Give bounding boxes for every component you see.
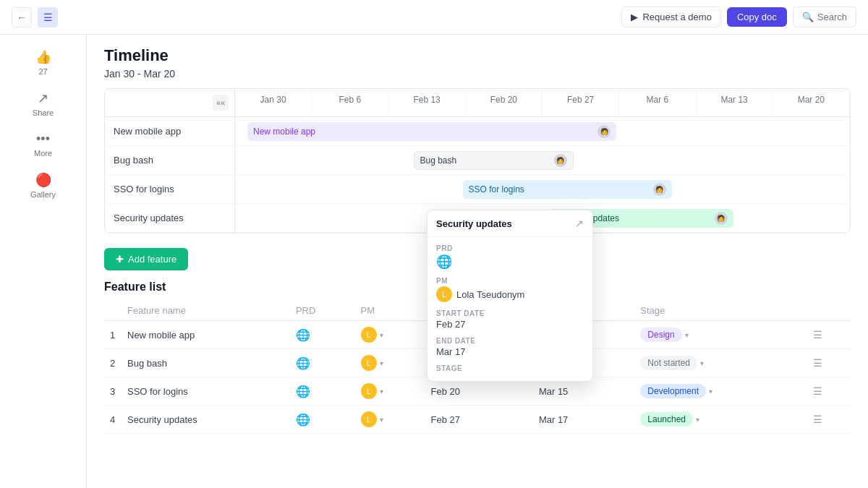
chevron-down-icon[interactable]: ▾ [685,331,689,339]
sidebar-item-likes[interactable]: 👍 27 [6,43,80,82]
timeline-header: «« Jan 30 Feb 6 Feb 13 Feb 20 Feb 27 Mar… [105,89,850,117]
timeline-dates: Jan 30 Feb 6 Feb 13 Feb 20 Feb 27 Mar 6 … [235,89,850,116]
pm-label: PM [436,277,584,285]
avatar: L [361,327,377,343]
chevron-down-icon[interactable]: ▾ [696,416,699,424]
avatar: 🧑 [653,183,666,196]
date-mar6: Mar 6 [619,89,696,116]
date-mar20: Mar 20 [773,89,850,116]
sidebar: 👍 27 ↗ Share ••• More 🔴 Gallery [0,35,87,488]
avatar: L [361,411,377,427]
row-notes[interactable]: ☰ [807,377,851,406]
sidebar-item-share[interactable]: ↗ Share [6,85,80,123]
end-date-label: END DATE [436,337,584,345]
chevron-down-icon[interactable]: ▾ [709,388,712,395]
search-label: Search [817,12,847,22]
date-jan30: Jan 30 [235,89,312,116]
row-name: New mobile app [122,321,290,349]
stage-label: STAGE [436,364,584,372]
sidebar-item-more[interactable]: ••• More [6,126,80,163]
col-prd: PRD [290,301,355,321]
stage-badge: Design [640,328,681,342]
notes-icon[interactable]: ☰ [813,329,822,341]
gantt-bar-sso[interactable]: SSO for logins 🧑 [463,180,672,199]
avatar: 🧑 [554,154,567,167]
chevron-down-icon[interactable]: ▾ [380,416,383,424]
timeline-row-label: SSO for logins [105,175,235,203]
popup-body: PRD 🌐 PM L Lola Tseudonym START DATE Feb… [427,237,592,381]
expand-icon[interactable]: ↗ [575,218,584,229]
topbar-left: ← ☰ [12,7,58,27]
end-date-value: Mar 17 [436,346,584,357]
chevron-down-icon[interactable]: ▾ [700,359,704,367]
chevron-down-icon[interactable]: ▾ [380,359,383,367]
row-prd: 🌐 [290,349,355,377]
notes-icon[interactable]: ☰ [813,357,822,369]
globe-icon: 🌐 [296,329,310,341]
popup-end-date-field: END DATE Mar 17 [436,337,584,357]
col-name: Feature name [122,301,290,321]
request-demo-button[interactable]: ▶ Request a demo [621,7,720,27]
notes-icon[interactable]: ☰ [813,414,822,425]
add-feature-label: Add feature [128,254,176,265]
popup-header: Security updates ↗ [427,210,592,237]
date-feb6: Feb 6 [312,89,388,116]
view-toggle-button[interactable]: ☰ [38,7,58,27]
row-num: 1 [104,321,122,349]
date-mar13: Mar 13 [697,89,773,116]
copy-doc-button[interactable]: Copy doc [727,7,787,27]
row-pm: L ▾ [355,321,425,349]
row-pm: L ▾ [355,377,425,406]
row-notes[interactable]: ☰ [807,406,851,434]
globe-icon: 🌐 [296,414,310,426]
avatar: 🧑 [715,212,728,225]
avatar: L [361,383,377,399]
globe-icon: 🌐 [436,254,584,270]
back-button[interactable]: ← [12,7,32,27]
timeline-row-content: Bug bash 🧑 [235,146,850,174]
collapse-button[interactable]: «« [213,95,229,111]
chevron-down-icon[interactable]: ▾ [380,331,383,339]
timeline-row-label: Security updates [105,204,235,232]
timeline-row-content: New mobile app 🧑 [235,117,850,145]
timeline-row-new-mobile-app: New mobile app New mobile app 🧑 [105,117,850,146]
start-date-label: START DATE [436,309,584,317]
row-notes[interactable]: ☰ [807,321,851,349]
row-num: 2 [104,349,122,377]
popup-start-date-field: START DATE Feb 27 [436,309,584,330]
row-name: Bug bash [122,349,290,377]
stage-badge: Not started [640,356,697,370]
row-name: SSO for logins [122,377,290,406]
row-stage[interactable]: Not started ▾ [634,349,807,377]
date-feb27: Feb 27 [542,89,619,116]
row-stage[interactable]: Design ▾ [634,321,807,349]
gantt-bar-bug-bash[interactable]: Bug bash 🧑 [414,151,574,170]
more-icon: ••• [36,132,50,147]
plus-icon: ✚ [116,254,124,265]
row-notes[interactable]: ☰ [807,349,851,377]
notes-icon[interactable]: ☰ [813,385,822,397]
col-num [104,301,122,321]
gantt-bar-new-mobile-app[interactable]: New mobile app 🧑 [247,122,616,141]
row-stage[interactable]: Launched ▾ [634,406,807,434]
globe-icon: 🌐 [296,357,310,369]
bar-label: SSO for logins [469,184,524,194]
request-demo-label: Request a demo [642,12,711,22]
row-end: Mar 17 [533,406,634,434]
add-feature-button[interactable]: ✚ Add feature [104,248,188,270]
sidebar-item-gallery[interactable]: 🔴 Gallery [6,166,80,205]
search-button[interactable]: 🔍 Search [793,7,856,27]
row-stage[interactable]: Development ▾ [634,377,807,406]
chevron-down-icon[interactable]: ▾ [380,388,383,395]
popup-title: Security updates [436,218,512,229]
avatar: L [361,355,377,371]
pm-name: Lola Tseudonym [456,289,524,300]
topbar: ← ☰ ▶ Request a demo Copy doc 🔍 Search [0,0,868,35]
prd-label: PRD [436,244,584,252]
row-prd: 🌐 [290,406,355,434]
timeline-row-sso: SSO for logins SSO for logins 🧑 [105,175,850,204]
more-label: More [34,149,52,158]
row-start: Feb 27 [425,406,533,434]
gallery-label: Gallery [30,190,56,199]
gallery-icon: 🔴 [35,172,51,188]
